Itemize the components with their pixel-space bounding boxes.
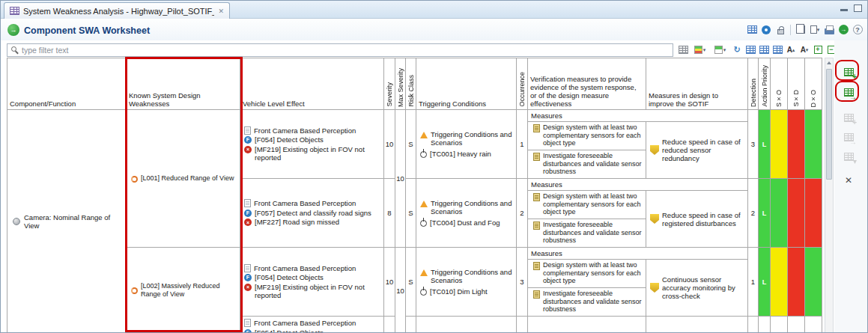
design-measure-cell[interactable]: Continuous sensor accuracy monitoring by… xyxy=(646,260,748,317)
vehicle-effect-cell[interactable]: Front Camera Based Perception F[F054] De… xyxy=(240,248,384,317)
minimize-icon[interactable] xyxy=(840,4,849,12)
function-group-icon xyxy=(244,126,251,135)
header-component-function: Component/Function xyxy=(7,58,127,110)
grid-view-icon[interactable] xyxy=(746,23,758,36)
pin-view-icon[interactable] xyxy=(760,23,772,36)
measure-icon xyxy=(533,222,540,230)
print-icon[interactable] xyxy=(823,23,835,36)
max-severity-cell[interactable]: 10 xyxy=(395,110,406,248)
action-priority-cell[interactable] xyxy=(759,317,771,333)
verification-measures-cell[interactable]: Design system with at least two compleme… xyxy=(528,260,646,317)
risk-class-cell[interactable]: S xyxy=(406,179,416,248)
header-action-priority: Action Priority xyxy=(759,58,771,110)
sxd-cell[interactable] xyxy=(788,110,805,179)
sxo-cell[interactable] xyxy=(771,179,788,248)
severity-cell[interactable]: 10 xyxy=(384,110,395,179)
design-measure-cell[interactable]: Reduce speed in case of reduced sensor r… xyxy=(646,122,748,179)
table-toolbar: ▾ ▾ ↻ A▴ A▾ + − xyxy=(677,43,837,56)
weakness-cell-l001[interactable]: [L001] Reduced Range of View xyxy=(127,110,240,248)
table-layout-icon-3[interactable] xyxy=(771,43,783,56)
sxd-cell[interactable] xyxy=(788,317,805,333)
paste-dropdown-icon[interactable]: ▾ xyxy=(809,23,821,36)
occurrence-cell[interactable] xyxy=(517,317,528,333)
worksheet-view-icon: → xyxy=(7,24,19,36)
action-priority-cell[interactable]: L xyxy=(759,248,771,317)
vehicle-effect-cell[interactable]: Front Camera Based Perception F[F057] De… xyxy=(240,179,384,248)
occurrence-cell[interactable]: 3 xyxy=(517,248,528,317)
sxd-cell[interactable] xyxy=(788,248,805,317)
sxo-cell[interactable] xyxy=(771,248,788,317)
weakness-cell-l002[interactable]: [L002] Massively Reduced Range of View xyxy=(127,248,240,333)
malfunction-icon: × xyxy=(244,219,252,226)
design-measure-cell[interactable]: Reduce speed in case of registered distu… xyxy=(646,191,748,248)
detection-cell[interactable]: 1 xyxy=(748,248,759,317)
triggering-conditions-cell[interactable] xyxy=(416,317,517,333)
severity-cell[interactable] xyxy=(384,317,395,333)
risk-class-cell[interactable] xyxy=(406,317,416,333)
sxo-cell[interactable] xyxy=(771,317,788,333)
severity-cell[interactable]: 10 xyxy=(384,248,395,317)
design-measure-cell[interactable] xyxy=(646,317,748,333)
scrollbar-thumb[interactable] xyxy=(826,69,832,180)
search-icon xyxy=(11,46,16,52)
export-icon[interactable]: → xyxy=(837,23,849,36)
detection-cell[interactable]: 3 xyxy=(748,110,759,179)
delete-row-button[interactable]: ✕ xyxy=(840,171,858,189)
dxo-cell[interactable] xyxy=(805,248,822,317)
table-layout-icon-1[interactable] xyxy=(744,43,756,56)
sxo-cell[interactable] xyxy=(771,110,788,179)
scroll-up-icon[interactable] xyxy=(825,58,833,67)
design-measure-icon xyxy=(650,283,659,293)
highlight-color-dropdown-icon[interactable]: ▾ xyxy=(691,43,709,56)
weakness-icon xyxy=(131,176,138,183)
dxo-cell[interactable] xyxy=(805,317,822,333)
dxo-cell[interactable] xyxy=(805,110,822,179)
edit-table-icon[interactable] xyxy=(677,43,689,56)
help-icon[interactable]: ? xyxy=(852,23,864,36)
detection-cell[interactable] xyxy=(748,317,759,333)
expand-all-icon[interactable]: + xyxy=(812,43,824,56)
font-decrease-icon[interactable]: A▾ xyxy=(798,43,810,56)
lock-icon[interactable] xyxy=(774,23,786,36)
risk-class-cell[interactable]: S xyxy=(406,248,416,317)
table-layout-icon-2[interactable] xyxy=(758,43,770,56)
copy-icon[interactable] xyxy=(795,23,807,36)
sxd-cell[interactable] xyxy=(788,179,805,248)
vertical-scrollbar[interactable] xyxy=(825,58,834,333)
maximize-icon[interactable] xyxy=(854,4,862,12)
severity-cell[interactable]: 8 xyxy=(384,179,395,248)
max-severity-cell[interactable]: 10 xyxy=(395,248,406,333)
worksheet-tab-icon xyxy=(10,7,19,15)
action-priority-cell[interactable]: L xyxy=(759,179,771,248)
triggering-conditions-cell[interactable]: Triggering Conditions and Scenarios [TC0… xyxy=(416,110,517,179)
risk-class-cell[interactable]: S xyxy=(406,110,416,179)
refresh-icon[interactable]: ↻ xyxy=(731,43,743,56)
triggering-conditions-cell[interactable]: Triggering Conditions and Scenarios [TC0… xyxy=(416,179,517,248)
occurrence-cell[interactable]: 1 xyxy=(517,110,528,179)
triggering-conditions-cell[interactable]: Triggering Conditions and Scenarios [TC0… xyxy=(416,248,517,317)
design-measure-icon xyxy=(650,145,659,155)
header-verification-measures: Verification measures to provide evidenc… xyxy=(528,58,646,110)
editor-tab[interactable]: System Weakness Analysis - Highway_Pilot… xyxy=(4,2,230,19)
tab-close-icon[interactable]: ✕ xyxy=(218,7,224,15)
vehicle-effect-cell[interactable]: Front Camera Based Perception F[F054] De… xyxy=(240,317,384,333)
dxo-cell[interactable] xyxy=(805,179,822,248)
add-child-row-button[interactable]: → xyxy=(840,83,858,101)
fill-color-dropdown-icon[interactable]: ▾ xyxy=(711,43,729,56)
vehicle-effect-cell[interactable]: Front Camera Based Perception F[F054] De… xyxy=(240,110,384,179)
component-function-cell[interactable]: Camera: Nominal Range of View xyxy=(7,110,127,333)
add-weakness-row-button[interactable]: + xyxy=(840,63,858,81)
font-increase-icon[interactable]: A▴ xyxy=(785,43,797,56)
header-sxd: S×D xyxy=(788,58,805,110)
action-priority-cell[interactable]: L xyxy=(759,110,771,179)
function-group-icon xyxy=(244,319,251,327)
verification-measures-cell[interactable]: Design system with at least two compleme… xyxy=(528,191,646,248)
component-icon xyxy=(13,218,20,225)
verification-measures-cell[interactable] xyxy=(528,317,646,333)
occurrence-cell[interactable]: 2 xyxy=(517,179,528,248)
verification-measures-cell[interactable]: Design system with at least two compleme… xyxy=(528,122,646,179)
design-measure-icon xyxy=(650,214,659,224)
detection-cell[interactable]: 2 xyxy=(748,179,759,248)
header-sxo: S×O xyxy=(771,58,788,110)
filter-input[interactable] xyxy=(7,43,673,57)
